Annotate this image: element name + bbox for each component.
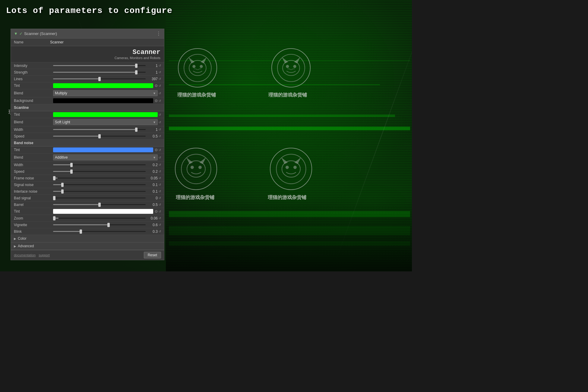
svg-point-15 bbox=[293, 166, 297, 169]
bottom-gradient bbox=[166, 196, 412, 271]
prop-row-bandnoise-blend: Blend Additive ▼ ↺ bbox=[11, 153, 164, 162]
tint-bar-barrel[interactable] bbox=[53, 209, 153, 214]
prop-label-blend: Blend bbox=[14, 91, 53, 95]
prop-control-blink: 0.3 bbox=[53, 229, 158, 234]
prop-row-bandnoise-tint: Tint ⊙ ↺ bbox=[11, 147, 164, 153]
cn-label-1: 理猫的游戏杂货铺 bbox=[177, 92, 216, 98]
reset-bandnoise-width[interactable]: ↺ bbox=[159, 163, 161, 166]
reset-lines[interactable]: ↺ bbox=[159, 77, 161, 81]
support-link[interactable]: support bbox=[39, 253, 50, 257]
prop-label-signal-noise: Signal noise bbox=[14, 183, 53, 187]
tint-bar-scanline[interactable] bbox=[53, 112, 158, 117]
prop-label-interlace-noise: Interlace noise bbox=[14, 189, 53, 194]
slider-lines[interactable] bbox=[53, 77, 146, 81]
prop-control-scanline-width: 1 bbox=[53, 128, 158, 132]
panel-checkbox[interactable]: ✓ bbox=[19, 31, 23, 36]
color-section-row[interactable]: ▶ Color bbox=[11, 235, 164, 242]
eyedropper-tint[interactable]: ⊙ bbox=[155, 84, 158, 88]
slider-bad-signal[interactable] bbox=[53, 196, 146, 200]
prop-control-interlace-noise: 0.1 bbox=[53, 189, 158, 194]
cat-icon-2 bbox=[276, 53, 306, 83]
reset-vignette[interactable]: ↺ bbox=[159, 223, 161, 226]
reset-interlace-noise[interactable]: ↺ bbox=[159, 190, 161, 193]
dropdown-bandnoise-blend[interactable]: Additive ▼ bbox=[53, 154, 158, 160]
svg-point-14 bbox=[285, 166, 289, 169]
cn-label-2: 理猫的游戏杂货铺 bbox=[268, 92, 307, 98]
reset-barrel[interactable]: ↺ bbox=[159, 203, 161, 206]
svg-point-0 bbox=[184, 54, 211, 82]
slider-bandnoise-width[interactable] bbox=[53, 163, 146, 167]
chevron-down-icon-2: ▼ bbox=[153, 121, 156, 124]
eyedropper-background[interactable]: ⊙ bbox=[155, 99, 158, 103]
reset-background[interactable]: ↺ bbox=[159, 99, 161, 103]
prop-label-lines: Lines bbox=[14, 77, 53, 81]
slider-vignette[interactable] bbox=[53, 223, 146, 227]
prop-row-scanline-tint: Tint ↺ bbox=[11, 111, 164, 118]
slider-bandnoise-speed[interactable] bbox=[53, 169, 146, 174]
reset-button[interactable]: Reset bbox=[144, 252, 161, 258]
prop-value-vignette: 0.6 bbox=[147, 223, 158, 227]
reset-zoom[interactable]: ↺ bbox=[159, 217, 161, 220]
reset-bandnoise-blend[interactable]: ↺ bbox=[159, 156, 161, 159]
advanced-section-row[interactable]: ▶ Advanced bbox=[11, 242, 164, 250]
reset-signal-noise[interactable]: ↺ bbox=[159, 183, 161, 186]
eyedropper-bandnoise[interactable]: ⊙ bbox=[155, 148, 158, 152]
reset-tint[interactable]: ↺ bbox=[159, 84, 161, 87]
slider-scanline-width[interactable] bbox=[53, 128, 146, 132]
slider-scanline-speed[interactable] bbox=[53, 134, 146, 138]
panel-menu-button[interactable]: ⋮ bbox=[156, 31, 161, 36]
prop-label-scanline-tint: Tint bbox=[14, 112, 53, 117]
slider-intensity[interactable] bbox=[53, 64, 146, 68]
svg-point-12 bbox=[276, 154, 306, 184]
prop-value-frame-noise: 0.05 bbox=[147, 176, 158, 180]
slider-interlace-noise[interactable] bbox=[53, 189, 146, 194]
prop-row-strength: Strength 1 ↺ bbox=[11, 69, 164, 76]
cn-label-3: 理猫的游戏杂货铺 bbox=[176, 194, 214, 201]
reset-frame-noise[interactable]: ↺ bbox=[159, 176, 161, 180]
reset-intensity[interactable]: ↺ bbox=[159, 64, 161, 67]
slider-blink[interactable] bbox=[53, 229, 146, 234]
tint-bar-bandnoise[interactable] bbox=[53, 147, 153, 152]
slider-strength[interactable] bbox=[53, 70, 146, 74]
dropdown-blend[interactable]: Multiply ▼ bbox=[53, 90, 158, 96]
reset-bandnoise-speed[interactable]: ↺ bbox=[159, 170, 161, 173]
prop-row-intensity: Intensity 1 ↺ bbox=[11, 62, 164, 69]
slider-frame-noise[interactable] bbox=[53, 176, 146, 180]
reset-scanline-speed[interactable]: ↺ bbox=[159, 134, 161, 138]
panel-header-left: ▼ ✓ Scanner (Scanner) bbox=[14, 31, 57, 36]
svg-point-2 bbox=[192, 65, 195, 68]
prop-value-barrel: 0.5 bbox=[147, 203, 158, 207]
reset-barrel-tint[interactable]: ↺ bbox=[159, 210, 161, 213]
reset-scanline-width[interactable]: ↺ bbox=[159, 128, 161, 131]
prop-value-scanline-width: 1 bbox=[147, 128, 158, 132]
prop-value-blink: 0.3 bbox=[147, 229, 158, 234]
reset-strength[interactable]: ↺ bbox=[159, 71, 161, 74]
tint-bar-background[interactable] bbox=[53, 98, 153, 103]
dropdown-scanline-blend[interactable]: Soft Light ▼ bbox=[53, 119, 158, 125]
slider-zoom[interactable] bbox=[53, 216, 146, 220]
prop-row-zoom: Zoom 0.06 ↺ bbox=[11, 215, 164, 222]
dropdown-scanline-blend-value: Soft Light bbox=[55, 120, 70, 124]
advanced-section-label: Advanced bbox=[18, 244, 34, 248]
reset-blink[interactable]: ↺ bbox=[159, 230, 161, 233]
reset-bandnoise-tint[interactable]: ↺ bbox=[159, 148, 161, 152]
cat-circle-2 bbox=[271, 48, 311, 87]
tint-bar-main[interactable] bbox=[53, 83, 153, 88]
reset-scanline-tint[interactable]: ↺ bbox=[159, 113, 161, 116]
eyedropper-barrel[interactable]: ⊙ bbox=[155, 209, 158, 213]
name-label: Name bbox=[14, 40, 50, 44]
doc-link[interactable]: documentation bbox=[14, 253, 36, 257]
prop-value-lines: 397 bbox=[147, 77, 158, 81]
reset-scanline-blend[interactable]: ↺ bbox=[159, 121, 161, 124]
slider-barrel[interactable] bbox=[53, 203, 146, 207]
reset-blend[interactable]: ↺ bbox=[159, 92, 161, 95]
main-title: Lots of parameters to configure bbox=[6, 6, 172, 15]
reset-bad-signal[interactable]: ↺ bbox=[159, 196, 161, 200]
svg-point-10 bbox=[190, 166, 194, 169]
svg-point-13 bbox=[282, 161, 300, 177]
prop-control-lines: 397 bbox=[53, 77, 158, 81]
prop-label-frame-noise: Frame noise bbox=[14, 176, 53, 180]
prop-control-bandnoise-speed: 0.2 bbox=[53, 169, 158, 174]
prop-label-scanline-blend: Blend bbox=[14, 120, 53, 124]
slider-signal-noise[interactable] bbox=[53, 183, 146, 187]
